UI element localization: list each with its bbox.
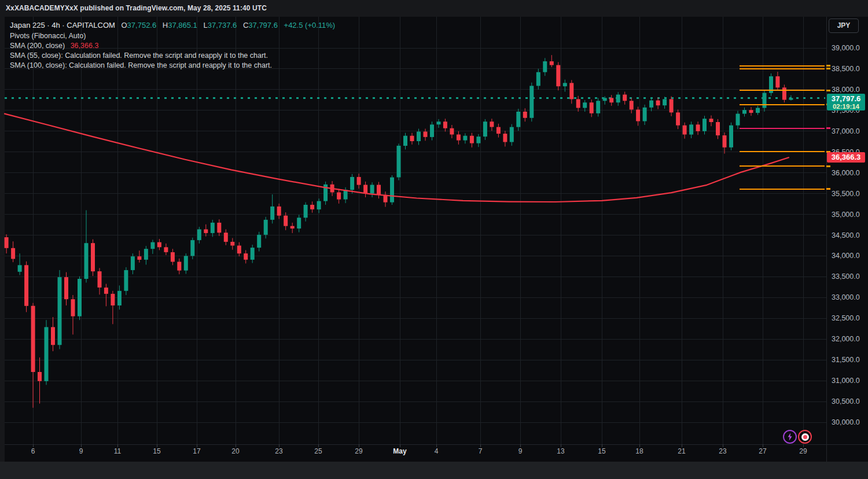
low-value: 37,737.6 bbox=[208, 21, 237, 30]
close-value: 37,797.6 bbox=[248, 21, 278, 30]
change-value: +42.5 (+0.11%) bbox=[284, 21, 336, 30]
time-tick-label: 11 bbox=[106, 447, 129, 455]
time-tick-mark bbox=[763, 444, 763, 447]
tradingview-published-chart: XxXABACADEMYXxX published on TradingView… bbox=[0, 0, 868, 479]
pivot-axis-tick bbox=[826, 90, 830, 91]
open-value: 37,752.6 bbox=[127, 21, 157, 30]
time-tick-label: 23 bbox=[267, 447, 290, 455]
pivots-label: Pivots (Fibonacci, Auto) bbox=[10, 32, 86, 40]
time-tick-mark bbox=[318, 444, 319, 447]
legend-pivots-row[interactable]: Pivots (Fibonacci, Auto) bbox=[10, 31, 335, 40]
time-tick-label: 23 bbox=[711, 447, 734, 455]
time-tick-mark bbox=[197, 444, 197, 447]
time-tick-label: 29 bbox=[792, 447, 815, 455]
time-tick-mark bbox=[520, 444, 521, 447]
record-icon bbox=[801, 433, 809, 441]
legend-symbol-row[interactable]: Japan 225 · 4h · CAPITALCOM O37,752.6 H3… bbox=[10, 21, 335, 30]
price-tick-label: 34,500.0 bbox=[832, 231, 866, 240]
price-tick-label: 38,500.0 bbox=[832, 64, 866, 73]
attribution-text: XxXABACADEMYXxX published on TradingView… bbox=[6, 4, 267, 12]
currency-button[interactable]: JPY bbox=[829, 19, 859, 33]
time-tick-mark bbox=[682, 444, 682, 447]
price-tick-label: 33,500.0 bbox=[832, 272, 866, 281]
time-tick-mark bbox=[436, 444, 437, 447]
price-tick-label: 38,000.0 bbox=[832, 85, 866, 94]
bar-countdown: 02:19:14 bbox=[827, 103, 865, 110]
time-tick-label: 4 bbox=[425, 447, 448, 455]
legend-sma55-row[interactable]: SMA (55, close): Calculation failed. Rem… bbox=[10, 51, 335, 60]
price-tick-label: 30,500.0 bbox=[832, 397, 866, 406]
price-tick-label: 36,000.0 bbox=[832, 168, 866, 178]
pivot-axis-tick bbox=[826, 188, 830, 190]
time-tick-label: 9 bbox=[509, 447, 532, 455]
price-tick-label: 39,000.0 bbox=[832, 43, 866, 53]
legend: Japan 225 · 4h · CAPITALCOM O37,752.6 H3… bbox=[10, 21, 335, 71]
price-tick-label: 35,500.0 bbox=[832, 189, 866, 198]
pivot-axis-tick bbox=[826, 68, 830, 69]
price-tick-label: 32,500.0 bbox=[832, 314, 866, 323]
price-tick-label: 35,000.0 bbox=[832, 210, 866, 219]
sma100-error-text: SMA (100, close): Calculation failed. Re… bbox=[10, 61, 272, 69]
time-tick-mark bbox=[400, 444, 400, 447]
time-tick-label: 15 bbox=[590, 447, 613, 455]
attribution-bar: XxXABACADEMYXxX published on TradingView… bbox=[0, 0, 868, 17]
time-tick-mark bbox=[81, 444, 82, 447]
time-tick-label: 29 bbox=[347, 447, 370, 455]
time-tick-mark bbox=[480, 444, 481, 447]
footer-bar: 17 TradingView bbox=[0, 462, 868, 479]
time-tick-mark bbox=[157, 444, 157, 447]
time-tick-mark bbox=[602, 444, 602, 447]
high-label: H bbox=[163, 21, 168, 30]
time-tick-mark bbox=[561, 444, 561, 447]
time-tick-label: 9 bbox=[69, 447, 93, 455]
close-label: C bbox=[243, 21, 248, 30]
lightning-icon bbox=[784, 431, 796, 443]
price-tick-label: 34,000.0 bbox=[832, 251, 866, 260]
open-label: O bbox=[121, 21, 127, 30]
time-tick-mark bbox=[279, 444, 279, 447]
price-axis-separator bbox=[826, 17, 827, 462]
sma200-value: 36,366.3 bbox=[71, 42, 99, 50]
symbol-title: Japan 225 · 4h · CAPITALCOM bbox=[10, 21, 115, 30]
time-tick-label: 13 bbox=[549, 447, 572, 455]
sma55-error-text: SMA (55, close): Calculation failed. Rem… bbox=[10, 51, 268, 60]
pivot-axis-tick bbox=[826, 127, 830, 129]
time-tick-mark bbox=[236, 444, 236, 447]
time-tick-mark bbox=[723, 444, 723, 447]
time-tick-label: 17 bbox=[185, 447, 208, 455]
price-tick-label: 32,000.0 bbox=[832, 334, 866, 344]
price-tick-label: 31,000.0 bbox=[832, 376, 866, 385]
time-tick-label: 7 bbox=[469, 447, 492, 455]
chart-pane[interactable] bbox=[5, 17, 868, 462]
sma-price-label: 36,366.3 bbox=[827, 152, 865, 163]
pivot-axis-tick bbox=[826, 165, 830, 167]
time-tick-mark bbox=[117, 444, 118, 447]
time-tick-mark bbox=[803, 444, 804, 447]
last-price-label: 37,797.6 02:19:14 bbox=[827, 94, 865, 110]
time-tick-label: 27 bbox=[751, 447, 774, 455]
pivot-axis-tick bbox=[826, 65, 830, 67]
time-tick-label: 25 bbox=[307, 447, 330, 455]
price-tick-label: 31,500.0 bbox=[832, 355, 866, 364]
time-tick-label: 18 bbox=[628, 447, 651, 455]
time-tick-label: 21 bbox=[670, 447, 693, 455]
time-tick-label: May bbox=[388, 447, 411, 455]
time-tick-mark bbox=[359, 444, 359, 447]
time-tick-mark bbox=[33, 444, 34, 447]
price-tick-label: 30,000.0 bbox=[832, 418, 866, 427]
low-label: L bbox=[203, 21, 207, 30]
high-value: 37,865.1 bbox=[168, 21, 197, 30]
legend-sma200-row[interactable]: SMA (200, close) 36,366.3 bbox=[10, 41, 335, 50]
record-button[interactable] bbox=[798, 430, 812, 444]
time-tick-mark bbox=[639, 444, 640, 447]
price-tick-label: 37,000.0 bbox=[832, 127, 866, 136]
price-tick-label: 33,000.0 bbox=[832, 293, 866, 302]
sma200-label: SMA (200, close) bbox=[10, 42, 65, 50]
legend-sma100-row[interactable]: SMA (100, close): Calculation failed. Re… bbox=[10, 61, 335, 70]
time-tick-label: 20 bbox=[224, 447, 247, 455]
last-price-value: 37,797.6 bbox=[827, 94, 865, 103]
time-tick-label: 6 bbox=[21, 447, 45, 455]
publish-idea-button[interactable] bbox=[783, 430, 797, 444]
time-tick-label: 15 bbox=[145, 447, 168, 455]
